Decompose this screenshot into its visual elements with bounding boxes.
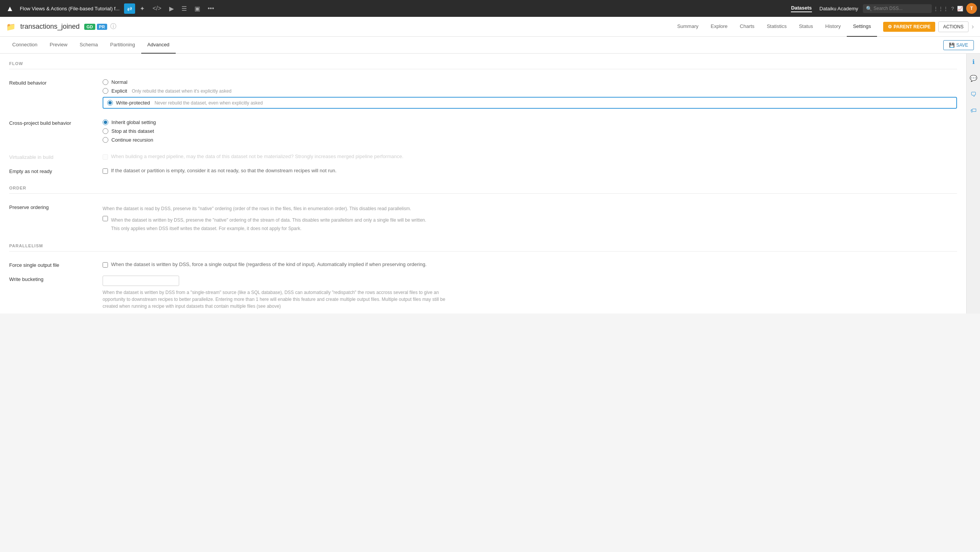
tab-settings[interactable]: Settings — [847, 17, 877, 37]
radio-inherit[interactable]: Inherit global setting — [103, 119, 957, 125]
user-avatar[interactable]: T — [966, 3, 977, 14]
run-icon[interactable]: ▶ — [166, 3, 177, 14]
preserve-ordering-content: When the dataset is read by DSS, preserv… — [103, 204, 957, 232]
preserve-ordering-desc3: This only applies when DSS itself writes… — [111, 225, 426, 232]
radio-continue-label: Continue recursion — [111, 137, 153, 143]
code-icon[interactable]: </> — [149, 3, 164, 13]
subtab-save-area: 💾 SAVE — [943, 40, 974, 50]
parent-recipe-button[interactable]: ⚙ PARENT RECIPE — [883, 22, 935, 32]
right-sidebar: ℹ 💬 🗨 🏷 — [966, 54, 980, 314]
sidebar-comment-icon[interactable]: 🗨 — [969, 90, 978, 100]
force-single-content: When the dataset is written by DSS, forc… — [103, 261, 957, 268]
radio-stop-input[interactable] — [103, 128, 108, 134]
radio-normal-input[interactable] — [103, 79, 108, 85]
sidebar-tag-icon[interactable]: 🏷 — [969, 106, 978, 116]
sidebar-collapse-icon[interactable]: › — [972, 23, 974, 31]
dataset-info-icon[interactable]: ⓘ — [110, 23, 116, 31]
academy-nav[interactable]: Dataiku Academy — [820, 6, 858, 11]
subtab-partitioning[interactable]: Partitioning — [104, 37, 141, 54]
force-single-checkbox[interactable] — [103, 262, 108, 268]
radio-write-protected-highlighted[interactable]: Write-protected Never rebuild the datase… — [103, 97, 957, 109]
virtualizable-checkbox[interactable] — [103, 154, 108, 160]
grid-icon[interactable]: ⋮⋮⋮ — [933, 6, 948, 11]
preserve-ordering-checkbox[interactable] — [103, 216, 108, 221]
preserve-ordering-checkbox-option: When the dataset is written by DSS, pres… — [103, 215, 957, 232]
radio-continue-input[interactable] — [103, 137, 108, 143]
more-icon[interactable]: ••• — [205, 3, 217, 13]
dataset-header: 📁 transactions_joined GD PR ⓘ Summary Ex… — [0, 17, 980, 37]
empty-not-ready-label: Empty as not ready — [9, 168, 93, 174]
virtualizable-label: Virtualizable in build — [9, 154, 93, 160]
write-bucketing-row: Write bucketing 1 When the dataset is wr… — [9, 272, 957, 314]
help-icon[interactable]: ? — [951, 6, 954, 11]
write-bucketing-content: 1 When the dataset is written by DSS fro… — [103, 276, 957, 310]
tab-statistics[interactable]: Statistics — [761, 17, 793, 37]
datasets-nav[interactable]: Datasets — [791, 5, 812, 12]
trend-icon[interactable]: 📈 — [957, 6, 963, 11]
settings-icon[interactable]: ✦ — [137, 3, 148, 14]
empty-not-ready-checkbox[interactable] — [103, 168, 108, 174]
virtualizable-checkbox-option: When building a merged pipeline, may the… — [103, 154, 957, 160]
radio-explicit[interactable]: Explicit Only rebuild the dataset when i… — [103, 88, 957, 94]
tab-status[interactable]: Status — [793, 17, 819, 37]
layout-wrapper: FLOW Rebuild behavior Normal Explicit On… — [0, 54, 980, 314]
rebuild-behavior-label: Rebuild behavior — [9, 79, 93, 86]
virtualizable-row: Virtualizable in build When building a m… — [9, 150, 957, 164]
virtualizable-content: When building a merged pipeline, may the… — [103, 154, 957, 160]
preserve-ordering-row: Preserve ordering When the dataset is re… — [9, 200, 957, 236]
monitor-icon[interactable]: ▣ — [191, 3, 203, 14]
deploy-icon[interactable]: ☰ — [178, 3, 190, 14]
radio-write-protected-sublabel: Never rebuild the dataset, even when exp… — [155, 100, 263, 106]
dataset-tabs: Summary Explore Charts Statistics Status… — [671, 17, 877, 37]
save-button[interactable]: 💾 SAVE — [943, 40, 974, 50]
force-single-checkbox-label: When the dataset is written by DSS, forc… — [111, 261, 426, 267]
write-bucketing-input[interactable]: 1 — [103, 276, 179, 286]
radio-normal[interactable]: Normal — [103, 79, 957, 85]
top-right-icons: ⋮⋮⋮ ? 📈 T — [933, 3, 977, 14]
subtab-schema[interactable]: Schema — [74, 37, 104, 54]
force-single-row: Force single output file When the datase… — [9, 258, 957, 272]
badge-pr: PR — [97, 24, 107, 30]
preserve-ordering-desc-group: When the dataset is written by DSS, pres… — [111, 215, 426, 232]
empty-not-ready-checkbox-label: If the dataset or partition is empty, co… — [111, 168, 336, 173]
save-icon: 💾 — [949, 42, 955, 48]
sidebar-chat-icon[interactable]: 💬 — [968, 73, 979, 83]
radio-continue[interactable]: Continue recursion — [103, 137, 957, 143]
search-box[interactable]: 🔍 — [863, 4, 932, 13]
force-single-label: Force single output file — [9, 261, 93, 268]
search-input[interactable] — [874, 6, 929, 11]
virtualizable-checkbox-label: When building a merged pipeline, may the… — [111, 154, 403, 159]
section-order-header: ORDER — [9, 178, 957, 194]
subtab-preview[interactable]: Preview — [44, 37, 74, 54]
cross-project-content: Inherit global setting Stop at this data… — [103, 119, 957, 146]
radio-explicit-input[interactable] — [103, 88, 108, 94]
write-bucketing-desc: When the dataset is written by DSS from … — [103, 289, 447, 310]
tab-charts[interactable]: Charts — [734, 17, 761, 37]
main-content: FLOW Rebuild behavior Normal Explicit On… — [0, 54, 966, 314]
dataset-title: transactions_joined — [20, 23, 80, 31]
subtab-advanced[interactable]: Advanced — [141, 37, 176, 54]
preserve-ordering-desc2: When the dataset is written by DSS, pres… — [111, 217, 426, 224]
empty-not-ready-row: Empty as not ready If the dataset or par… — [9, 164, 957, 178]
tab-history[interactable]: History — [819, 17, 847, 37]
section-flow-header: FLOW — [9, 54, 957, 69]
radio-stop[interactable]: Stop at this dataset — [103, 128, 957, 134]
force-single-checkbox-option: When the dataset is written by DSS, forc… — [103, 261, 957, 268]
preserve-ordering-label: Preserve ordering — [9, 204, 93, 210]
app-logo[interactable]: ▲ — [3, 3, 17, 15]
tab-explore[interactable]: Explore — [705, 17, 734, 37]
subtab-connection[interactable]: Connection — [6, 37, 44, 54]
sidebar-info-icon[interactable]: ℹ — [971, 57, 976, 67]
radio-write-protected-label: Write-protected — [116, 100, 150, 106]
flow-icon[interactable]: ⇄ — [124, 3, 135, 14]
tab-summary[interactable]: Summary — [671, 17, 705, 37]
badge-gd: GD — [84, 24, 95, 30]
preserve-ordering-desc1: When the dataset is read by DSS, preserv… — [103, 205, 957, 212]
radio-inherit-input[interactable] — [103, 119, 108, 125]
radio-write-protected-input[interactable] — [107, 100, 113, 106]
cross-project-label: Cross-project build behavior — [9, 119, 93, 126]
actions-button[interactable]: ACTIONS — [938, 21, 969, 32]
settings-subtabs: Connection Preview Schema Partitioning A… — [0, 37, 980, 54]
flow-title: Flow Views & Actions (File-based Tutoria… — [20, 6, 120, 11]
radio-stop-label: Stop at this dataset — [111, 128, 154, 134]
